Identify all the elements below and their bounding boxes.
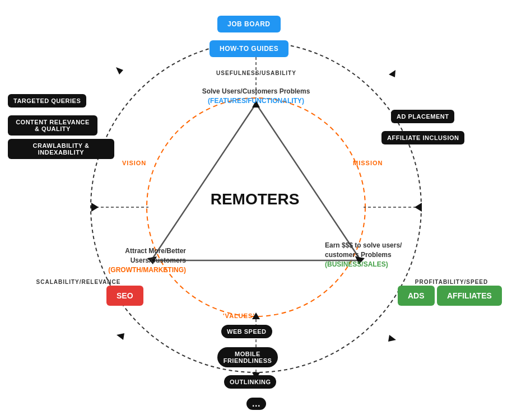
vision-label: VISION bbox=[122, 160, 146, 166]
ad-placement-box: AD PLACEMENT bbox=[391, 110, 454, 123]
targeted-queries-box: TARGETED QUERIES bbox=[8, 94, 86, 108]
affiliate-inclusion-box: AFFILIATE INCLUSION bbox=[381, 131, 464, 144]
content-relevance-box: CONTENT RELEVANCE & QUALITY bbox=[8, 115, 97, 136]
mission-label: MISSION bbox=[353, 160, 383, 166]
ellipsis-box: ... bbox=[246, 398, 266, 410]
svg-marker-16 bbox=[91, 203, 99, 212]
diagram-container: JOB BOARD HOW-TO GUIDES USEFULNESS/USABI… bbox=[0, 0, 512, 420]
mobile-friendliness-box: MOBILEFRIENDLINESS bbox=[217, 347, 278, 367]
job-board-box: JOB BOARD bbox=[217, 16, 281, 32]
bottom-right-vertex-label: Earn $$$ to solve users/customers Proble… bbox=[325, 241, 431, 269]
crawlability-box: CRAWLABILITY & INDEXABILITY bbox=[8, 139, 114, 159]
center-label: REMOTERS bbox=[199, 190, 311, 208]
svg-marker-17 bbox=[116, 67, 123, 74]
affiliates-box: AFFILIATES bbox=[437, 286, 502, 306]
outlinking-box: OUTLINKING bbox=[224, 375, 276, 389]
left-axis-label: SCALABILITY/RELEVANCE bbox=[34, 279, 123, 285]
bottom-left-vertex-label: Attract More/BetterUsers/Customers (GROW… bbox=[96, 246, 186, 274]
top-vertex-label: Solve Users/Customers Problems (FEATURES… bbox=[190, 87, 322, 106]
svg-marker-10 bbox=[389, 70, 395, 77]
how-to-guides-box: HOW-TO GUIDES bbox=[210, 40, 288, 57]
svg-marker-12 bbox=[388, 335, 396, 342]
svg-marker-2 bbox=[151, 104, 361, 260]
values-label: 'VALUES' bbox=[223, 312, 255, 319]
top-axis-label: USEFULNESS/USABILITY bbox=[213, 70, 300, 76]
svg-marker-15 bbox=[117, 333, 124, 340]
right-axis-label: PROFITABILITY/SPEED bbox=[407, 279, 496, 285]
seo-box: SEO bbox=[106, 286, 143, 306]
svg-marker-11 bbox=[415, 203, 422, 212]
ads-box: ADS bbox=[398, 286, 435, 306]
web-speed-box: WEB SPEED bbox=[221, 325, 272, 338]
